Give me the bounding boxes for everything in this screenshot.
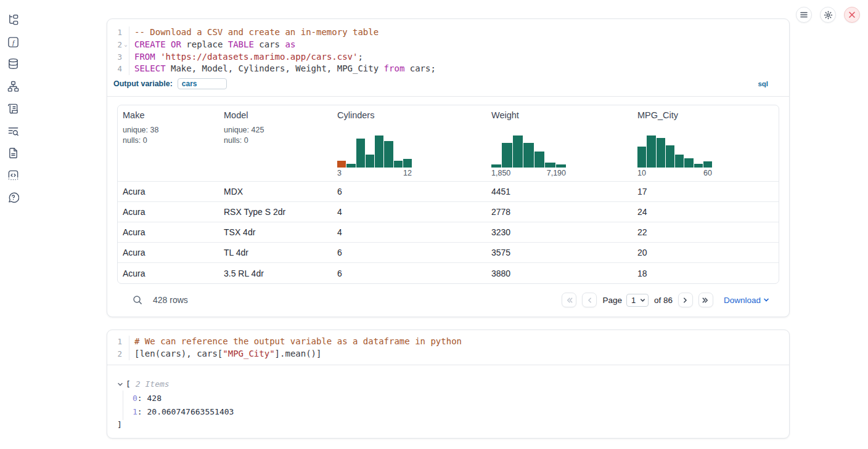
column-header[interactable]: Modelunique: 425nulls: 0 [219,105,332,181]
column-header[interactable]: Weight1,8507,190 [486,105,633,181]
prev-page-button[interactable] [582,293,597,307]
fold-gutter [122,348,129,360]
documentation-icon[interactable] [7,147,19,159]
chevrons-left-icon [565,296,573,304]
histogram-bar[interactable] [666,145,674,168]
axis-tick-label: 60 [703,169,712,177]
code-line[interactable]: 1# We can reference the output variable … [107,336,789,348]
histogram-bar[interactable] [675,155,684,168]
output-list-body: 0: 4281: 20.060747663551403 [123,390,789,420]
snippets-icon[interactable] [7,169,19,181]
collapse-chevron-icon[interactable] [117,381,123,387]
menu-button[interactable] [796,7,812,23]
histogram-bar[interactable] [647,136,655,168]
table-cell: TSX 4dr [219,222,332,242]
table-row[interactable]: AcuraRSX Type S 2dr4277824 [118,202,779,222]
chevrons-right-icon [702,296,710,304]
logs-icon[interactable] [7,102,19,115]
column-header[interactable]: Makeunique: 38nulls: 0 [118,105,219,181]
column-name: Make [123,110,219,120]
histogram-bar[interactable] [637,147,646,168]
column-histogram [337,134,412,168]
histogram-bar[interactable] [657,138,665,168]
last-page-button[interactable] [698,293,713,307]
table-cell: Acura [118,243,219,262]
output-list-header: [ 2 Items [117,378,789,390]
histogram-bar[interactable] [545,163,555,168]
first-page-button[interactable] [562,293,576,307]
pagination: Page 1 of 86 Download [562,293,769,307]
code-text: # We can reference the output variable a… [134,336,462,348]
table-output: Makeunique: 38nulls: 0Modelunique: 425nu… [107,97,789,307]
next-page-button[interactable] [678,293,693,307]
histogram-bar[interactable] [337,161,346,168]
table-cell: Acura [118,182,219,201]
histogram-bar[interactable] [356,139,365,168]
table-cell: 3575 [486,243,633,262]
fold-chevron-icon[interactable]: ⌄ [122,39,129,51]
code-line[interactable]: 1-- Download a CSV and create an in-memo… [107,26,789,39]
output-variable-row: Output variable: sql [107,75,789,96]
shutdown-button[interactable] [844,7,860,23]
column-header[interactable]: Cylinders312 [332,105,486,181]
line-number: 2 [107,348,122,360]
table-cell: 4 [332,202,486,222]
histogram-bar[interactable] [534,152,544,168]
sidebar: f [0,0,27,449]
histogram-bar[interactable] [394,161,403,168]
histogram-bar[interactable] [556,164,566,168]
download-button[interactable]: Download [724,296,769,305]
histogram-bar[interactable] [491,164,501,168]
dependency-graph-icon[interactable] [7,80,19,92]
help-icon[interactable] [7,191,19,203]
histogram-bar[interactable] [703,161,712,168]
search-icon[interactable] [133,295,142,305]
table-row[interactable]: AcuraTSX 4dr4323022 [118,222,779,243]
table-cell: 6 [332,182,486,201]
table-cell: Acura [118,202,219,222]
table-cell: TL 4dr [219,243,332,262]
table-row[interactable]: AcuraTL 4dr6357520 [118,243,779,263]
page-select[interactable]: 1 [626,294,649,307]
code-line[interactable]: 3FROM 'https://datasets.marimo.app/cars.… [107,51,789,63]
histogram-bar[interactable] [523,143,533,168]
python-editor[interactable]: 1# We can reference the output variable … [107,330,789,360]
close-bracket: ] [117,420,789,429]
column-name: Weight [491,110,633,120]
page-total: of 86 [654,296,673,305]
item-index: 1 [133,407,137,416]
histogram-bar[interactable] [375,136,383,168]
table-cell: RSX Type S 2dr [219,202,332,222]
sql-editor[interactable]: 1-- Download a CSV and create an in-memo… [107,19,789,75]
settings-gear-icon [824,10,833,20]
histogram-bar[interactable] [513,136,523,168]
table-cell: 6 [332,243,486,262]
histogram-bar[interactable] [384,141,393,168]
column-name: Model [224,110,332,120]
histogram-bar[interactable] [403,159,412,168]
histogram-bar[interactable] [366,155,374,168]
line-number: 2 [107,39,122,51]
histogram-bar[interactable] [684,158,693,168]
table-cell: 4451 [486,182,633,201]
code-line[interactable]: 2[len(cars), cars["MPG_City"].mean()] [107,348,789,360]
table-cell: Acura [118,263,219,283]
code-line[interactable]: 4SELECT Make, Model, Cylinders, Weight, … [107,63,789,75]
settings-button[interactable] [820,7,836,23]
code-line[interactable]: 2⌄CREATE OR replace TABLE cars as [107,39,789,51]
variables-icon[interactable]: f [7,36,19,48]
histogram-bar[interactable] [502,143,512,168]
axis-tick-label: 1,850 [491,169,510,177]
output-variable-input[interactable] [178,78,227,89]
tracebacks-search-icon[interactable] [7,124,19,137]
table-row[interactable]: AcuraMDX6445117 [118,182,779,202]
histogram-bar[interactable] [346,164,355,168]
table-row[interactable]: Acura3.5 RL 4dr6388018 [118,263,779,283]
row-count: 428 rows [153,295,188,305]
datasources-icon[interactable] [7,57,19,70]
histogram-bar[interactable] [694,164,703,168]
chevron-down-icon [640,297,645,303]
code-text: CREATE OR replace TABLE cars as [134,39,295,51]
file-tree-icon[interactable] [7,14,19,26]
column-header[interactable]: MPG_City1060 [633,105,779,181]
